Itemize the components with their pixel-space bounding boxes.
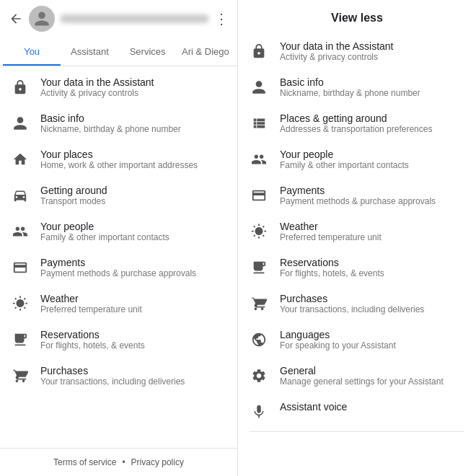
back-button[interactable] [9, 12, 23, 26]
right-item-title: Your people [280, 149, 409, 160]
menu-item-subtitle: Transport modes [40, 196, 107, 206]
left-menu-list: Your data in the Assistant Activity & pr… [0, 66, 237, 448]
credit-card-icon [250, 186, 268, 205]
places-icon [250, 114, 268, 133]
menu-item-title: Your places [40, 149, 198, 160]
list-item[interactable]: Reservations For flights, hotels, & even… [0, 322, 237, 358]
username [61, 14, 208, 23]
right-item-text: General Manage general settings for your… [280, 365, 444, 387]
menu-text: Reservations For flights, hotels, & even… [40, 329, 145, 351]
right-item-text: Places & getting around Addresses & tran… [280, 113, 432, 134]
lock-icon [250, 42, 268, 61]
right-item-text: Your people Family & other important con… [280, 149, 409, 170]
globe-icon [250, 330, 268, 349]
cart-icon [12, 367, 29, 384]
tab-you[interactable]: You [3, 38, 61, 66]
right-item-title: Places & getting around [280, 113, 432, 124]
menu-text: Getting around Transport modes [40, 185, 107, 206]
menu-item-title: Reservations [40, 329, 145, 340]
menu-item-title: Your data in the Assistant [40, 76, 154, 88]
right-list-item[interactable]: Assistant voice [238, 394, 476, 428]
menu-item-subtitle: For flights, hotels, & events [40, 340, 145, 351]
right-item-subtitle: Nickname, birthday & phone number [280, 88, 420, 98]
right-item-subtitle: Activity & privacy controls [280, 52, 393, 62]
right-item-title: Weather [280, 221, 382, 232]
bottom-divider [250, 431, 464, 432]
gear-icon [250, 366, 268, 385]
menu-item-subtitle: Preferred temperature unit [40, 304, 142, 314]
voice-icon [250, 402, 268, 421]
cart-icon [250, 294, 268, 313]
menu-text: Your data in the Assistant Activity & pr… [40, 76, 154, 98]
right-item-text: Basic info Nickname, birthday & phone nu… [280, 76, 420, 98]
footer: Terms of service • Privacy policy [0, 448, 237, 476]
right-item-text: Purchases Your transactions, including d… [280, 293, 424, 314]
right-list-item[interactable]: Your data in the Assistant Activity & pr… [238, 33, 476, 69]
right-list-item[interactable]: Weather Preferred temperature unit [238, 213, 476, 250]
list-item[interactable]: Your data in the Assistant Activity & pr… [0, 69, 237, 105]
person-icon [250, 78, 268, 97]
right-item-text: Languages For speaking to your Assistant [280, 329, 396, 351]
right-item-subtitle: Addresses & transportation preferences [280, 124, 432, 134]
credit-card-icon [12, 259, 29, 276]
lock-icon [12, 79, 29, 96]
menu-item-title: Weather [40, 293, 142, 304]
list-item[interactable]: Your places Home, work & other important… [0, 141, 237, 177]
right-item-title: Basic info [280, 76, 420, 88]
menu-item-subtitle: Family & other important contacts [40, 232, 169, 242]
terms-of-service-link[interactable]: Terms of service [53, 457, 116, 467]
menu-item-subtitle: Home, work & other important addresses [40, 160, 198, 170]
list-item[interactable]: Purchases Your transactions, including d… [0, 358, 237, 394]
menu-text: Basic info Nickname, birthday & phone nu… [40, 113, 181, 134]
menu-item-title: Getting around [40, 185, 107, 196]
weather-icon [250, 222, 268, 241]
list-item[interactable]: Your people Family & other important con… [0, 213, 237, 250]
list-item[interactable]: Getting around Transport modes [0, 177, 237, 213]
right-item-subtitle: Preferred temperature unit [280, 232, 382, 242]
tab-ari-diego[interactable]: Ari & Diego [177, 38, 234, 66]
tab-services[interactable]: Services [119, 38, 177, 66]
menu-item-title: Your people [40, 221, 169, 232]
list-item[interactable]: Basic info Nickname, birthday & phone nu… [0, 105, 237, 141]
right-item-title: Assistant voice [280, 401, 347, 413]
avatar [29, 6, 55, 32]
menu-item-title: Purchases [40, 365, 185, 376]
tabs: You Assistant Services Ari & Diego [0, 38, 237, 66]
reservations-icon [12, 331, 29, 348]
menu-item-subtitle: Activity & privacy controls [40, 88, 154, 98]
menu-text: Your places Home, work & other important… [40, 149, 198, 170]
right-item-subtitle: For flights, hotels, & events [280, 268, 384, 278]
right-item-title: Languages [280, 329, 396, 340]
right-item-title: Reservations [280, 257, 384, 268]
right-list-item[interactable]: Reservations For flights, hotels, & even… [238, 250, 476, 286]
right-list-item[interactable]: Your people Family & other important con… [238, 141, 476, 177]
tab-assistant[interactable]: Assistant [61, 38, 118, 66]
right-item-subtitle: Manage general settings for your Assista… [280, 376, 444, 387]
list-item[interactable]: Payments Payment methods & purchase appr… [0, 250, 237, 286]
view-less-header[interactable]: View less [238, 6, 476, 33]
list-item[interactable]: Weather Preferred temperature unit [0, 286, 237, 322]
menu-text: Your people Family & other important con… [40, 221, 169, 242]
right-item-text: Reservations For flights, hotels, & even… [280, 257, 384, 278]
home-icon [12, 151, 29, 168]
person-icon [12, 115, 29, 132]
right-panel: View less Your data in the Assistant Act… [238, 0, 476, 476]
right-list-item[interactable]: Languages For speaking to your Assistant [238, 322, 476, 358]
right-list-item[interactable]: Purchases Your transactions, including d… [238, 286, 476, 322]
menu-text: Payments Payment methods & purchase appr… [40, 257, 196, 278]
menu-item-title: Payments [40, 257, 196, 268]
privacy-policy-link[interactable]: Privacy policy [131, 457, 184, 467]
footer-separator: • [122, 457, 125, 467]
menu-item-subtitle: Payment methods & purchase approvals [40, 268, 196, 278]
right-list-item[interactable]: Basic info Nickname, birthday & phone nu… [238, 69, 476, 105]
right-item-subtitle: For speaking to your Assistant [280, 340, 396, 351]
more-button[interactable]: ⋮ [214, 10, 229, 27]
people-icon [250, 150, 268, 169]
right-item-text: Weather Preferred temperature unit [280, 221, 382, 242]
right-list-item[interactable]: General Manage general settings for your… [238, 358, 476, 394]
right-item-text: Your data in the Assistant Activity & pr… [280, 40, 393, 62]
right-list-item[interactable]: Payments Payment methods & purchase appr… [238, 177, 476, 213]
right-list-item[interactable]: Places & getting around Addresses & tran… [238, 105, 476, 141]
menu-item-subtitle: Your transactions, including deliveries [40, 376, 185, 387]
weather-icon [12, 295, 29, 312]
